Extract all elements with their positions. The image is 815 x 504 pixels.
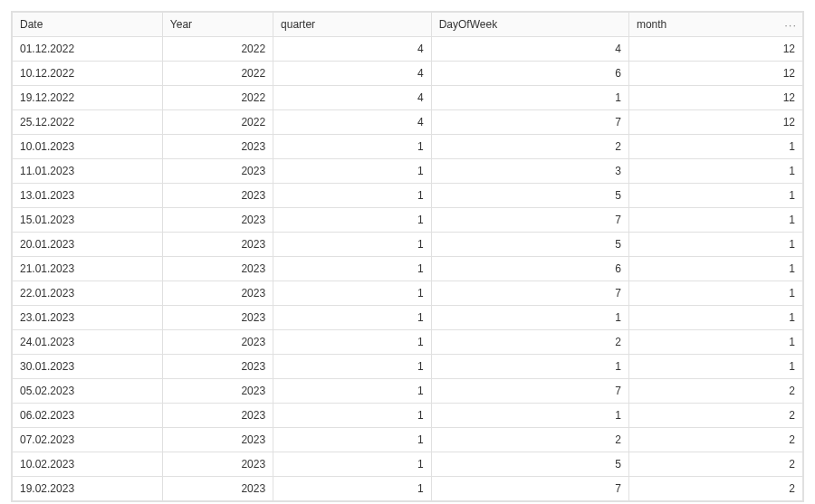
cell-month[interactable]: 12 <box>628 37 802 62</box>
cell-dayofweek[interactable]: 5 <box>431 452 628 477</box>
cell-year[interactable]: 2022 <box>162 62 273 86</box>
table-row[interactable]: 01.12.202220224412 <box>13 37 803 62</box>
cell-month[interactable]: 1 <box>628 208 802 233</box>
table-row[interactable]: 22.01.20232023171 <box>13 281 803 306</box>
cell-date[interactable]: 11.01.2023 <box>13 159 163 184</box>
cell-month[interactable]: 12 <box>628 110 802 135</box>
cell-date[interactable]: 23.01.2023 <box>13 306 163 330</box>
cell-year[interactable]: 2023 <box>162 306 273 330</box>
cell-year[interactable]: 2023 <box>162 404 273 428</box>
cell-month[interactable]: 1 <box>628 184 802 208</box>
table-row[interactable]: 13.01.20232023151 <box>13 184 803 208</box>
cell-date[interactable]: 07.02.2023 <box>13 428 163 452</box>
cell-date[interactable]: 10.01.2023 <box>13 135 163 159</box>
cell-year[interactable]: 2023 <box>162 208 273 233</box>
table-row[interactable]: 07.02.20232023122 <box>13 428 803 452</box>
cell-quarter[interactable]: 1 <box>273 428 432 452</box>
cell-year[interactable]: 2023 <box>162 477 273 501</box>
cell-month[interactable]: 2 <box>628 477 802 501</box>
table-row[interactable]: 11.01.20232023131 <box>13 159 803 184</box>
cell-year[interactable]: 2023 <box>162 379 273 404</box>
cell-quarter[interactable]: 4 <box>273 86 432 110</box>
table-row[interactable]: 10.12.202220224612 <box>13 62 803 86</box>
cell-quarter[interactable]: 1 <box>273 452 432 477</box>
cell-dayofweek[interactable]: 7 <box>431 477 628 501</box>
cell-date[interactable]: 19.12.2022 <box>13 86 163 110</box>
cell-month[interactable]: 1 <box>628 306 802 330</box>
cell-month[interactable]: 12 <box>628 62 802 86</box>
cell-quarter[interactable]: 1 <box>273 281 432 306</box>
table-row[interactable]: 24.01.20232023121 <box>13 330 803 355</box>
cell-month[interactable]: 1 <box>628 233 802 257</box>
cell-dayofweek[interactable]: 1 <box>431 306 628 330</box>
cell-quarter[interactable]: 1 <box>273 306 432 330</box>
cell-date[interactable]: 06.02.2023 <box>13 404 163 428</box>
cell-month[interactable]: 1 <box>628 135 802 159</box>
cell-quarter[interactable]: 1 <box>273 257 432 281</box>
cell-year[interactable]: 2023 <box>162 452 273 477</box>
cell-date[interactable]: 24.01.2023 <box>13 330 163 355</box>
cell-date[interactable]: 30.01.2023 <box>13 355 163 379</box>
table-row[interactable]: 20.01.20232023151 <box>13 233 803 257</box>
cell-year[interactable]: 2023 <box>162 257 273 281</box>
cell-quarter[interactable]: 4 <box>273 110 432 135</box>
table-row[interactable]: 25.12.202220224712 <box>13 110 803 135</box>
cell-date[interactable]: 10.12.2022 <box>13 62 163 86</box>
cell-quarter[interactable]: 1 <box>273 208 432 233</box>
table-row[interactable]: 19.02.20232023172 <box>13 477 803 501</box>
table-row[interactable]: 21.01.20232023161 <box>13 257 803 281</box>
cell-date[interactable]: 01.12.2022 <box>13 37 163 62</box>
cell-year[interactable]: 2022 <box>162 110 273 135</box>
cell-year[interactable]: 2023 <box>162 135 273 159</box>
cell-year[interactable]: 2022 <box>162 37 273 62</box>
table-row[interactable]: 10.01.20232023121 <box>13 135 803 159</box>
cell-dayofweek[interactable]: 1 <box>431 355 628 379</box>
cell-year[interactable]: 2023 <box>162 233 273 257</box>
cell-month[interactable]: 2 <box>628 404 802 428</box>
column-header-dayofweek[interactable]: DayOfWeek <box>431 13 628 37</box>
cell-quarter[interactable]: 4 <box>273 62 432 86</box>
cell-month[interactable]: 1 <box>628 355 802 379</box>
cell-date[interactable]: 21.01.2023 <box>13 257 163 281</box>
cell-quarter[interactable]: 1 <box>273 233 432 257</box>
cell-year[interactable]: 2023 <box>162 428 273 452</box>
cell-dayofweek[interactable]: 7 <box>431 379 628 404</box>
cell-dayofweek[interactable]: 5 <box>431 184 628 208</box>
cell-date[interactable]: 05.02.2023 <box>13 379 163 404</box>
cell-month[interactable]: 12 <box>628 86 802 110</box>
table-row[interactable]: 15.01.20232023171 <box>13 208 803 233</box>
cell-date[interactable]: 25.12.2022 <box>13 110 163 135</box>
cell-month[interactable]: 2 <box>628 379 802 404</box>
column-header-year[interactable]: Year <box>162 13 273 37</box>
cell-date[interactable]: 19.02.2023 <box>13 477 163 501</box>
cell-dayofweek[interactable]: 6 <box>431 257 628 281</box>
cell-month[interactable]: 2 <box>628 428 802 452</box>
cell-quarter[interactable]: 1 <box>273 404 432 428</box>
column-header-date[interactable]: Date <box>13 13 163 37</box>
cell-dayofweek[interactable]: 1 <box>431 404 628 428</box>
cell-year[interactable]: 2023 <box>162 159 273 184</box>
more-options-icon[interactable]: ··· <box>784 18 797 32</box>
cell-quarter[interactable]: 4 <box>273 37 432 62</box>
cell-date[interactable]: 10.02.2023 <box>13 452 163 477</box>
cell-dayofweek[interactable]: 7 <box>431 281 628 306</box>
table-row[interactable]: 23.01.20232023111 <box>13 306 803 330</box>
cell-dayofweek[interactable]: 2 <box>431 135 628 159</box>
cell-quarter[interactable]: 1 <box>273 355 432 379</box>
table-row[interactable]: 05.02.20232023172 <box>13 379 803 404</box>
cell-year[interactable]: 2023 <box>162 355 273 379</box>
cell-dayofweek[interactable]: 4 <box>431 37 628 62</box>
column-header-quarter[interactable]: quarter <box>273 13 432 37</box>
cell-month[interactable]: 2 <box>628 452 802 477</box>
cell-dayofweek[interactable]: 3 <box>431 159 628 184</box>
cell-date[interactable]: 22.01.2023 <box>13 281 163 306</box>
table-row[interactable]: 06.02.20232023112 <box>13 404 803 428</box>
cell-quarter[interactable]: 1 <box>273 477 432 501</box>
cell-dayofweek[interactable]: 2 <box>431 428 628 452</box>
cell-dayofweek[interactable]: 1 <box>431 86 628 110</box>
column-header-month[interactable]: month ··· <box>628 13 802 37</box>
cell-quarter[interactable]: 1 <box>273 135 432 159</box>
cell-month[interactable]: 1 <box>628 257 802 281</box>
cell-date[interactable]: 20.01.2023 <box>13 233 163 257</box>
cell-dayofweek[interactable]: 7 <box>431 208 628 233</box>
